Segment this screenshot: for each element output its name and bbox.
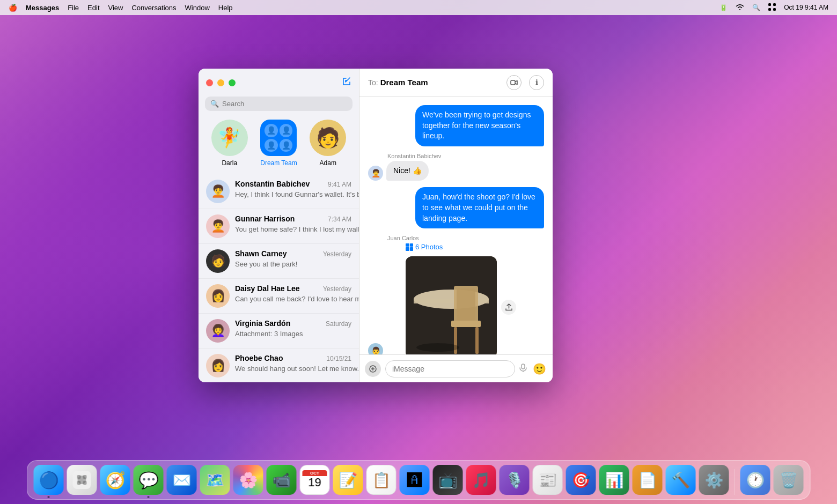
photos-icon: 🌸: [239, 471, 258, 489]
conversation-shawn[interactable]: 🧑 Shawn Carney Yesterday See you at the …: [199, 244, 359, 279]
to-label: To:: [368, 78, 378, 87]
xcode-icon: 🔨: [671, 471, 690, 489]
wifi-icon: [735, 3, 745, 12]
emoji-button[interactable]: 🙂: [531, 361, 547, 377]
conversation-phoebe[interactable]: 👩 Phoebe Chao 10/15/21 We should hang ou…: [199, 349, 359, 382]
view-menu[interactable]: View: [108, 4, 123, 12]
phoebe-content: Phoebe Chao 10/15/21 We should hang out …: [235, 354, 351, 373]
chat-header-actions: ℹ: [506, 75, 544, 90]
sidebar-titlebar: [199, 69, 359, 97]
conversation-daisy[interactable]: 👩 Daisy Dal Hae Lee Yesterday Can you ca…: [199, 279, 359, 314]
pinned-darla[interactable]: 🧚 Darla: [211, 120, 248, 167]
gunnar-content: Gunnar Harrison 7:34 AM You get home saf…: [235, 214, 351, 234]
desktop: 🍎 Messages File Edit View Conversations …: [0, 0, 837, 504]
audio-icon: [519, 364, 527, 374]
dock-photos[interactable]: 🌸: [233, 465, 263, 495]
calendar-icon: OCT 19: [303, 470, 327, 489]
facetime-icon: 📹: [272, 471, 291, 489]
virginia-name: Virginia Sardón: [235, 319, 290, 328]
bubble-konstantin: Nice! 👍: [386, 161, 429, 181]
dock-maps[interactable]: 🗺️: [200, 465, 230, 495]
dock-launchpad[interactable]: [67, 465, 97, 495]
svg-rect-3: [773, 8, 776, 11]
dock-system-prefs[interactable]: ⚙️: [699, 465, 729, 495]
minimize-button[interactable]: [217, 79, 224, 86]
dock-reminders[interactable]: 📋: [366, 465, 397, 495]
clock: Oct 19 9:41 AM: [784, 4, 828, 11]
svg-rect-9: [457, 288, 475, 321]
search-icon[interactable]: 🔍: [752, 4, 760, 11]
svg-rect-21: [83, 481, 87, 485]
apple-menu[interactable]: 🍎: [9, 4, 17, 12]
daisy-name: Daisy Dal Hae Lee: [235, 284, 300, 293]
message-input[interactable]: [385, 360, 515, 377]
file-menu[interactable]: File: [68, 4, 79, 12]
virginia-preview: Attachment: 3 Images: [235, 330, 303, 338]
dock-trash[interactable]: 🗑️: [774, 465, 804, 495]
dock-finder[interactable]: 🔵: [34, 465, 64, 495]
window-menu[interactable]: Window: [185, 4, 210, 12]
help-menu[interactable]: Help: [218, 4, 233, 12]
juan-content: 6 Photos: [386, 243, 497, 354]
conversation-virginia[interactable]: 👩‍🦱 Virginia Sardón Saturday Attachment:…: [199, 314, 359, 349]
dock-notes[interactable]: 📝: [333, 465, 363, 495]
maximize-button[interactable]: [229, 79, 236, 86]
dock-keynote[interactable]: 🎯: [566, 465, 596, 495]
dock-appstore[interactable]: 🅰: [400, 465, 430, 495]
notes-icon: 📝: [339, 471, 357, 489]
message-incoming-konstantin: Konstantin Babichev 🧑‍🦱 Nice! 👍: [368, 153, 544, 181]
dock-screentime[interactable]: 🕐: [740, 465, 770, 495]
svg-rect-15: [522, 364, 525, 369]
dock-tv[interactable]: 📺: [433, 465, 463, 495]
phoebe-preview: We should hang out soon! Let me know.: [235, 365, 359, 373]
virginia-avatar: 👩‍🦱: [206, 319, 230, 343]
svg-rect-2: [768, 8, 771, 11]
dock-numbers[interactable]: 📊: [599, 465, 629, 495]
svg-rect-10: [451, 321, 481, 327]
chat-area: To: Dream Team ℹ: [359, 69, 553, 382]
dream-team-avatar: 👤 👤 👤 👤: [260, 120, 297, 156]
pinned-dream-team[interactable]: 👤 👤 👤 👤 Dream Team: [260, 120, 297, 167]
svg-rect-1: [773, 3, 776, 6]
konstantin-sender-label: Konstantin Babichev: [387, 153, 441, 159]
apps-button[interactable]: [365, 361, 381, 377]
shawn-time: Yesterday: [323, 250, 351, 258]
app-menu[interactable]: Messages: [26, 4, 59, 12]
dream-team-name: Dream Team: [260, 159, 297, 167]
dock-podcasts[interactable]: 🎙️: [500, 465, 530, 495]
daisy-time: Yesterday: [323, 285, 351, 293]
virginia-time: Saturday: [326, 320, 351, 328]
share-photo-button[interactable]: [501, 300, 516, 315]
search-input[interactable]: [222, 100, 347, 108]
dock-calendar[interactable]: OCT 19: [300, 465, 330, 495]
dock-mail[interactable]: ✉️: [167, 465, 197, 495]
dock-pages[interactable]: 📄: [633, 465, 663, 495]
dock-music[interactable]: 🎵: [466, 465, 496, 495]
bubble-outgoing-1: We've been trying to get designs togethe…: [415, 105, 544, 146]
control-center-icon[interactable]: [768, 3, 776, 13]
svg-rect-12: [475, 327, 479, 354]
photos-grid-icon: [406, 243, 413, 251]
pinned-adam[interactable]: 🧑 Adam: [310, 120, 346, 167]
conversations-menu[interactable]: Conversations: [131, 4, 176, 12]
info-button[interactable]: ℹ: [529, 75, 544, 90]
maps-icon: 🗺️: [205, 471, 224, 489]
conversation-gunnar[interactable]: 🧑‍🦱 Gunnar Harrison 7:34 AM You get home…: [199, 209, 359, 244]
edit-menu[interactable]: Edit: [87, 4, 99, 12]
dock-facetime[interactable]: 📹: [267, 465, 297, 495]
photo-thumbnail[interactable]: [406, 256, 497, 354]
photos-label[interactable]: 6 Photos: [406, 243, 497, 251]
close-button[interactable]: [206, 79, 213, 86]
gunnar-name: Gunnar Harrison: [235, 214, 295, 223]
search-bar[interactable]: 🔍: [205, 97, 353, 111]
dock-news[interactable]: 📰: [533, 465, 563, 495]
dock-xcode[interactable]: 🔨: [666, 465, 696, 495]
video-call-button[interactable]: [506, 75, 522, 90]
dock-safari[interactable]: 🧭: [100, 465, 130, 495]
konstantin-avatar: 🧑‍🦱: [206, 180, 230, 203]
dock-messages[interactable]: 💬: [134, 465, 164, 495]
conversation-konstantin[interactable]: 🧑‍🦱 Konstantin Babichev 9:41 AM Hey, I t…: [199, 174, 359, 209]
compose-button[interactable]: [342, 77, 351, 89]
konstantin-time: 9:41 AM: [328, 181, 351, 188]
darla-avatar: 🧚: [211, 120, 248, 156]
